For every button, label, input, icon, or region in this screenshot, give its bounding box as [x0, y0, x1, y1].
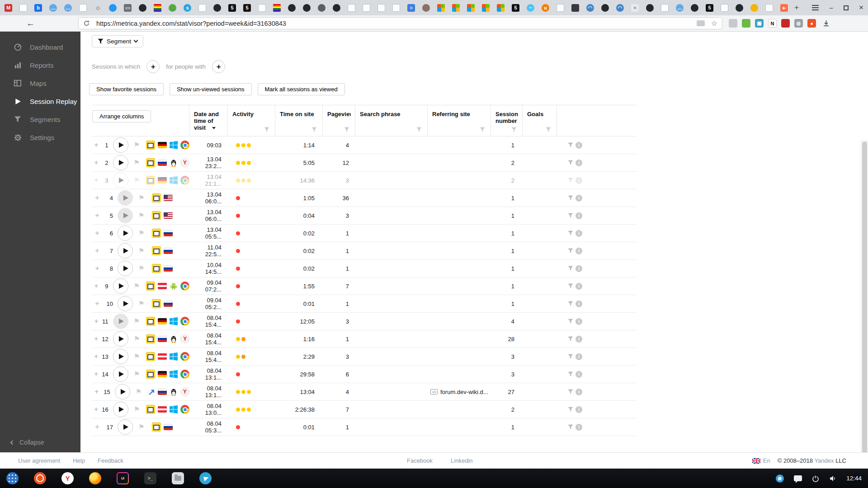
- tab-favicon-doc[interactable]: [363, 4, 370, 12]
- play-session-button[interactable]: [118, 208, 133, 223]
- tab-favicon-github[interactable]: [601, 4, 609, 12]
- play-session-button[interactable]: [113, 402, 128, 417]
- row-filter-funnel-icon[interactable]: [568, 354, 573, 359]
- tab-favicon-gh-yellow[interactable]: [750, 4, 758, 12]
- tab-favicon-gear[interactable]: [318, 4, 326, 12]
- taskbar-app-idea-icon[interactable]: IJ: [117, 472, 129, 484]
- row-info-icon[interactable]: i: [576, 406, 582, 413]
- favorite-flag-icon[interactable]: ⚑: [134, 352, 140, 361]
- favorite-flag-icon[interactable]: ⚑: [138, 300, 146, 308]
- sidebar-collapse-button[interactable]: Collapse: [0, 439, 44, 446]
- tab-favicon-github[interactable]: [303, 4, 311, 12]
- favorite-flag-icon[interactable]: ⚑: [136, 388, 142, 396]
- favorite-flag-icon[interactable]: ⚑: [134, 159, 140, 167]
- tab-favicon-doc[interactable]: [765, 4, 773, 12]
- sidebar-item-maps[interactable]: Maps: [0, 74, 80, 92]
- messenger-tray-icon[interactable]: [776, 474, 784, 483]
- expand-row-icon[interactable]: +: [94, 211, 100, 220]
- expand-row-icon[interactable]: +: [94, 405, 98, 413]
- tab-favicon-grid[interactable]: [467, 4, 475, 12]
- tab-favicon-laptop[interactable]: ▭: [124, 4, 132, 12]
- favorite-flag-icon[interactable]: ⚑: [134, 317, 140, 325]
- column-header-date[interactable]: Date and time of visit: [189, 105, 228, 136]
- row-info-icon[interactable]: i: [576, 336, 582, 343]
- row-info-icon[interactable]: i: [576, 283, 582, 290]
- play-session-button[interactable]: [118, 296, 133, 311]
- taskbar-app-firefox-icon[interactable]: [89, 472, 101, 484]
- ext-red-icon[interactable]: [781, 19, 790, 28]
- tab-favicon-ads[interactable]: ≡: [407, 4, 415, 12]
- tab-favicon-globe[interactable]: ◠: [586, 4, 594, 12]
- filter-funnel-icon[interactable]: [264, 127, 269, 132]
- favorite-flag-icon[interactable]: ⚑: [134, 176, 140, 184]
- tab-favicon-leaf[interactable]: [169, 4, 176, 12]
- tab-favicon-plane[interactable]: ▸: [780, 4, 788, 12]
- row-filter-funnel-icon[interactable]: [568, 195, 573, 201]
- mark-all-sessions-as-viewed-button[interactable]: Mark all sessions as viewed: [258, 83, 345, 95]
- row-info-icon[interactable]: i: [576, 160, 582, 166]
- tab-favicon-circle-blue[interactable]: [109, 4, 117, 12]
- play-session-button[interactable]: [118, 419, 133, 435]
- tab-favicon-five[interactable]: 5: [243, 4, 251, 12]
- expand-row-icon[interactable]: +: [94, 300, 100, 308]
- row-info-icon[interactable]: i: [576, 371, 582, 378]
- tab-favicon-doc[interactable]: [258, 4, 266, 12]
- tab-favicon-github[interactable]: [691, 4, 698, 12]
- url-text[interactable]: https://metrica.yandex.com/stat/visor?pe…: [96, 20, 697, 27]
- tab-favicon-doc[interactable]: [557, 4, 564, 12]
- tab-favicon-swirl[interactable]: s: [184, 4, 191, 12]
- tab-favicon-github[interactable]: [333, 4, 340, 12]
- column-header-time[interactable]: Time on site: [275, 105, 323, 136]
- ext-dim-icon[interactable]: [729, 19, 737, 28]
- expand-row-icon[interactable]: +: [94, 335, 98, 343]
- minimize-icon[interactable]: −: [829, 4, 833, 12]
- favorite-flag-icon[interactable]: ⚑: [138, 423, 146, 431]
- row-info-icon[interactable]: i: [576, 424, 582, 431]
- browser-menu-icon[interactable]: [812, 4, 819, 12]
- expand-row-icon[interactable]: +: [94, 247, 100, 255]
- favorite-flag-icon[interactable]: ⚑: [138, 247, 146, 255]
- row-info-icon[interactable]: i: [576, 195, 582, 202]
- add-session-condition-button[interactable]: +: [146, 60, 160, 73]
- filter-funnel-icon[interactable]: [511, 127, 517, 132]
- row-filter-funnel-icon[interactable]: [568, 424, 573, 430]
- tab-favicon-five[interactable]: 5: [228, 4, 236, 12]
- expand-row-icon[interactable]: +: [94, 423, 100, 431]
- back-icon[interactable]: ←: [26, 19, 35, 28]
- tab-favicon-github[interactable]: [288, 4, 296, 12]
- play-session-button[interactable]: [118, 261, 133, 276]
- tab-favicon-b-blue[interactable]: b: [34, 4, 42, 12]
- row-filter-funnel-icon[interactable]: [568, 266, 573, 271]
- tab-favicon-github[interactable]: [139, 4, 146, 12]
- row-info-icon[interactable]: i: [576, 353, 582, 360]
- tab-favicon-grid[interactable]: [497, 4, 505, 12]
- card-icon[interactable]: [697, 20, 705, 26]
- play-session-button[interactable]: [113, 155, 128, 170]
- tab-favicon-doc[interactable]: [392, 4, 400, 12]
- footer-social-linkedin[interactable]: Linkedin: [451, 457, 472, 464]
- filter-funnel-icon[interactable]: [344, 127, 349, 132]
- favorite-flag-icon[interactable]: ⚑: [134, 282, 140, 290]
- sort-descending-icon[interactable]: [212, 127, 216, 129]
- row-filter-funnel-icon[interactable]: [568, 142, 573, 148]
- power-icon[interactable]: [812, 475, 819, 482]
- play-session-button[interactable]: [115, 384, 130, 399]
- bookmark-star-icon[interactable]: ☆: [711, 19, 717, 28]
- expand-row-icon[interactable]: +: [94, 388, 99, 396]
- column-header-goals[interactable]: Goals: [523, 105, 557, 136]
- expand-row-icon[interactable]: +: [94, 229, 100, 237]
- tab-favicon-doc[interactable]: [198, 4, 206, 12]
- arrange-columns-button[interactable]: Arrange columns: [92, 110, 151, 122]
- play-session-button[interactable]: [113, 173, 128, 188]
- footer-link-user-agreement[interactable]: User agreement: [18, 457, 60, 464]
- expand-row-icon[interactable]: +: [94, 352, 98, 361]
- yandex-link[interactable]: Yandex: [814, 457, 834, 464]
- play-session-button[interactable]: [118, 225, 133, 241]
- row-info-icon[interactable]: i: [576, 318, 582, 325]
- row-info-icon[interactable]: i: [576, 177, 582, 184]
- url-bar[interactable]: https://metrica.yandex.com/stat/visor?pe…: [78, 17, 722, 29]
- taskbar-app-files-icon[interactable]: [172, 472, 184, 484]
- chat-tray-icon[interactable]: [794, 475, 802, 481]
- favorite-flag-icon[interactable]: ⚑: [138, 264, 146, 272]
- sidebar-item-session-replay[interactable]: Session Replay: [0, 92, 80, 110]
